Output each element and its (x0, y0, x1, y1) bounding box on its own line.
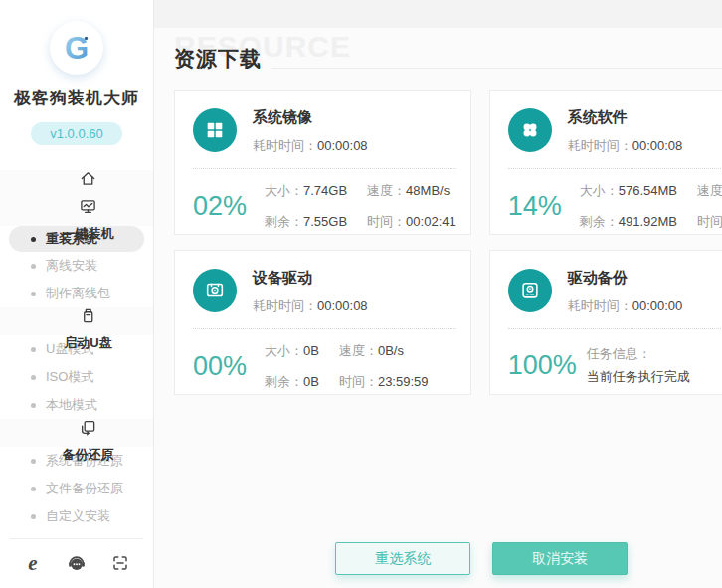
version-badge: v1.0.0.60 (31, 122, 122, 145)
card-system-software: 系统软件 耗时时间：00:00:08 14% 大小：576.54MB 速度：0B… (489, 90, 722, 235)
bullet-icon (31, 237, 36, 242)
restore-icon (80, 419, 96, 436)
svg-text:G: G (65, 31, 89, 66)
home-icon (80, 170, 96, 187)
sidebar-item-label: 制作离线包 (46, 285, 110, 302)
sidebar-item-backup-restore[interactable]: 备份还原 (0, 419, 153, 447)
app-logo: G (50, 21, 103, 75)
elapsed-time: 耗时时间：00:00:08 (253, 137, 368, 155)
download-stats: 大小：7.74GB 速度：48MB/s 剩余：7.55GB 时间：00:02:4… (265, 182, 456, 231)
sidebar-footer: e (0, 538, 153, 588)
divider (271, 68, 722, 69)
window-titlebar (154, 0, 722, 28)
action-buttons: 重选系统 取消安装 (154, 542, 722, 575)
app-window: G 极客狗装机大师 v1.0.0.60 装机首页 (0, 0, 722, 588)
card-title: 系统软件 (568, 108, 683, 127)
bullet-icon (31, 375, 36, 380)
apps-grid-icon (508, 108, 552, 152)
sidebar-menu: 装机首页 一键装机 重装系统 离线安装 (0, 170, 153, 538)
progress-percent: 02% (193, 191, 255, 222)
support-headset-icon[interactable] (66, 552, 88, 574)
card-title: 驱动备份 (568, 269, 683, 288)
bullet-icon (31, 292, 36, 296)
download-cards: 系统镜像 耗时时间：00:00:08 02% 大小：7.74GB 速度：48MB… (174, 90, 722, 395)
main-content: RESOURCE 资源下载 (154, 0, 722, 588)
progress-percent: 14% (508, 191, 570, 222)
sidebar-item-custom-install[interactable]: 自定义安装 (0, 502, 153, 530)
sidebar-item-label: ISO模式 (46, 368, 93, 386)
sidebar-item-boot-usb[interactable]: 启动U盘 (0, 307, 153, 335)
progress-percent: 100% (508, 350, 577, 381)
divider (508, 168, 722, 169)
bullet-icon (31, 514, 36, 519)
bullet-icon (31, 487, 36, 491)
sidebar: G 极客狗装机大师 v1.0.0.60 装机首页 (0, 0, 154, 588)
page-title: 资源下载 (174, 45, 262, 73)
elapsed-time: 耗时时间：00:00:00 (568, 297, 683, 315)
logo-wrap: G (0, 0, 153, 75)
elapsed-time: 耗时时间：00:00:08 (253, 297, 368, 315)
windows-icon (193, 108, 237, 152)
divider (508, 328, 722, 329)
divider (193, 168, 456, 169)
card-title: 设备驱动 (253, 269, 368, 288)
sidebar-item-label: 文件备份还原 (46, 480, 123, 497)
sidebar-item-label: 启动U盘 (64, 334, 111, 352)
card-device-driver: 设备驱动 耗时时间：00:00:08 00% 大小：0B 速度：0B/s 剩余：… (174, 250, 471, 395)
card-driver-backup: 驱动备份 耗时时间：00:00:00 100% 任务信息： 当前任务执行完成 (489, 250, 722, 395)
progress-percent: 00% (193, 351, 255, 382)
usb-drive-icon (80, 307, 96, 324)
page-header: RESOURCE 资源下载 (154, 30, 722, 73)
sidebar-item-label: 备份还原 (63, 446, 114, 464)
sidebar-item-make-offline-pack[interactable]: 制作离线包 (0, 280, 153, 307)
download-stats: 大小：0B 速度：0B/s 剩余：0B 时间：23:59:59 (265, 342, 429, 391)
task-info: 任务信息： 当前任务执行完成 (587, 342, 690, 389)
sidebar-item-offline-install[interactable]: 离线安装 (0, 252, 153, 280)
sidebar-item-label: 自定义安装 (46, 507, 110, 525)
sidebar-item-local-mode[interactable]: 本地模式 (0, 391, 153, 419)
bullet-icon (31, 264, 36, 269)
scan-qr-icon[interactable] (109, 552, 131, 574)
browser-icon[interactable]: e (22, 552, 44, 574)
bullet-icon (31, 459, 36, 464)
card-system-image: 系统镜像 耗时时间：00:00:08 02% 大小：7.74GB 速度：48MB… (174, 90, 471, 235)
sidebar-item-file-backup-restore[interactable]: 文件备份还原 (0, 475, 153, 502)
divider (193, 328, 456, 329)
cancel-install-button[interactable]: 取消安装 (492, 542, 628, 575)
geek-dog-logo-icon: G (50, 21, 103, 75)
bullet-icon (31, 347, 36, 352)
sidebar-item-label: 离线安装 (46, 257, 97, 275)
divider (10, 538, 143, 539)
sidebar-item-onekey-install[interactable]: 一键装机 (0, 198, 153, 226)
download-stats: 大小：576.54MB 速度：0B/s 剩余：491.92MB 时间：23:59… (580, 182, 722, 231)
reselect-system-button[interactable]: 重选系统 (335, 542, 470, 575)
sidebar-item-label: 本地模式 (46, 396, 97, 414)
elapsed-time: 耗时时间：00:00:08 (568, 137, 683, 155)
bullet-icon (31, 403, 36, 408)
hard-drive-icon (508, 269, 552, 312)
monitor-icon (80, 198, 96, 215)
card-title: 系统镜像 (253, 108, 368, 127)
app-title: 极客狗装机大师 (0, 87, 153, 109)
sidebar-item-label: 一键装机 (63, 225, 114, 243)
sidebar-item-home[interactable]: 装机首页 (0, 170, 153, 198)
driver-box-icon (193, 269, 237, 312)
sidebar-item-iso-mode[interactable]: ISO模式 (0, 363, 153, 391)
